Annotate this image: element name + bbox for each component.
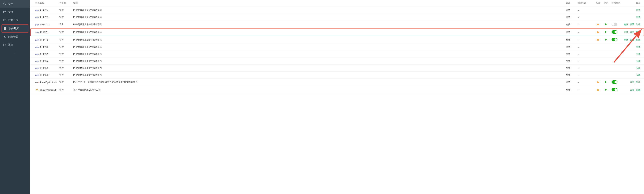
software-name[interactable]: PHP-5.3 (40, 67, 48, 69)
home-display-toggle[interactable] (612, 38, 618, 41)
play-icon[interactable] (605, 24, 607, 26)
sidebar-item-shield[interactable]: 安全 (0, 0, 30, 8)
price-cell: 免费 (564, 44, 576, 51)
folder-icon[interactable] (597, 39, 599, 41)
sidebar-item-folder[interactable]: 文件 (0, 8, 30, 16)
software-name[interactable]: PHP-7.0 (40, 39, 48, 41)
sidebar-item-label: 计划任务 (8, 19, 18, 22)
action-更新[interactable]: 更新 (624, 23, 628, 26)
php-logo-icon: php (35, 46, 39, 48)
software-name[interactable]: PHP-7.4 (40, 9, 48, 12)
software-name[interactable]: PHP-5.2 (40, 74, 48, 76)
expire-cell: -- (576, 29, 594, 36)
action-更新[interactable]: 更新 (624, 39, 628, 41)
action-安装[interactable]: 安装 (636, 53, 640, 55)
software-name[interactable]: PHP-7.2 (40, 23, 48, 26)
sidebar-item-label: 软件商店 (8, 27, 19, 30)
developer-cell: 官方 (58, 29, 72, 36)
table-row: phpPHP-7.3官方PHP是世界上最好的编程语言免费--安装 (30, 14, 644, 21)
svg-rect-1 (4, 27, 5, 28)
home-display-toggle[interactable] (612, 30, 618, 34)
expire-cell: -- (576, 36, 594, 44)
play-icon[interactable] (605, 31, 607, 34)
sidebar-item-calendar[interactable]: 计划任务 (0, 16, 30, 24)
home-display-toggle[interactable] (612, 23, 618, 26)
description-cell: PHP是世界上最好的编程语言 (72, 14, 564, 21)
software-name[interactable]: PHP-7.3 (40, 16, 48, 19)
table-row: phpPHP-5.6官方PHP是世界上最好的编程语言免费--安装 (30, 44, 644, 51)
folder-icon[interactable] (597, 81, 599, 84)
folder-icon[interactable] (597, 24, 599, 26)
developer-cell: 官方 (58, 58, 72, 65)
sidebar-item-label: 退出 (8, 43, 13, 47)
ftp-logo-icon: FTPd (35, 81, 39, 83)
description-cell: PHP是世界上最好的编程语言 (72, 58, 564, 65)
folder-icon (3, 11, 6, 14)
expire-cell: -- (576, 21, 594, 29)
play-icon[interactable] (605, 89, 607, 91)
home-display-toggle[interactable] (612, 80, 618, 84)
php-logo-icon: php (35, 24, 39, 26)
action-安装[interactable]: 安装 (636, 60, 640, 62)
developer-cell: 官方 (58, 65, 72, 72)
expire-cell: -- (576, 72, 594, 78)
header-status: 状态 (602, 0, 610, 7)
folder-icon[interactable] (597, 31, 599, 34)
php-logo-icon: php (35, 9, 39, 11)
software-name[interactable]: phpMyAdmin 5.0 (40, 89, 56, 91)
developer-cell: 官方 (58, 14, 72, 21)
price-cell: 免费 (564, 14, 576, 21)
developer-cell: 官方 (58, 72, 72, 78)
action-安装[interactable]: 安装 (636, 67, 640, 69)
sidebar-item-label: 文件 (8, 11, 13, 14)
action-卸载[interactable]: 卸载 (636, 88, 640, 91)
action-安装[interactable]: 安装 (636, 16, 640, 19)
software-name[interactable]: PHP-5.5 (40, 53, 48, 56)
software-name[interactable]: PHP-5.6 (40, 46, 48, 49)
action-设置[interactable]: 设置 (630, 81, 634, 83)
description-cell: PHP是世界上最好的编程语言 (72, 36, 564, 44)
svg-rect-4 (5, 29, 6, 30)
action-设置[interactable]: 设置 (630, 23, 634, 26)
action-卸载[interactable]: 卸载 (636, 39, 640, 41)
table-row: phpPHP-7.1官方PHP是世界上最好的编程语言免费--更新|设置|卸载 (30, 29, 644, 36)
folder-icon[interactable] (597, 89, 599, 91)
action-设置[interactable]: 设置 (630, 88, 634, 91)
price-cell: 免费 (564, 65, 576, 72)
svg-rect-2 (5, 27, 6, 28)
action-更新[interactable]: 更新 (624, 31, 628, 33)
home-display-toggle[interactable] (612, 88, 618, 91)
shield-icon (3, 3, 6, 6)
play-icon[interactable] (605, 39, 607, 41)
sidebar-item-grid[interactable]: 软件商店 (1, 25, 29, 33)
software-name[interactable]: PHP-7.1 (40, 31, 48, 34)
action-卸载[interactable]: 卸载 (636, 31, 640, 33)
expire-cell: -- (576, 14, 594, 21)
php-logo-icon: php (35, 74, 39, 76)
calendar-icon (3, 19, 6, 22)
table-row: phpPHP-5.3官方PHP是世界上最好的编程语言免费--安装 (30, 65, 644, 72)
software-table: 软件名称 开发商 说明 价格 到期时间 位置 状态 首页显示 操作 phpPHP… (30, 0, 644, 94)
action-设置[interactable]: 设置 (630, 31, 634, 33)
php-logo-icon: php (35, 60, 39, 62)
phpmyadmin-logo-icon (36, 88, 38, 92)
action-安装[interactable]: 安装 (636, 46, 640, 48)
action-卸载[interactable]: 卸载 (636, 23, 640, 26)
sidebar-add-button[interactable]: + (0, 49, 30, 57)
expire-cell: -- (576, 44, 594, 51)
action-卸载[interactable]: 卸载 (636, 81, 640, 83)
description-cell: PHP是世界上最好的编程语言 (72, 44, 564, 51)
software-name[interactable]: PHP-5.4 (40, 60, 48, 62)
play-icon[interactable] (605, 81, 607, 84)
sidebar-item-gear[interactable]: 面板设置 (0, 33, 30, 41)
description-cell: 著名Web端MySQL管理工具 (72, 86, 564, 94)
action-设置[interactable]: 设置 (630, 39, 634, 41)
sidebar-item-exit[interactable]: 退出 (0, 41, 30, 49)
software-name[interactable]: Pure-Ftpd 1.0.49 (40, 81, 56, 84)
price-cell: 免费 (564, 72, 576, 78)
action-安装[interactable]: 安装 (636, 74, 640, 76)
action-安装[interactable]: 安装 (636, 9, 640, 12)
description-cell: PHP是世界上最好的编程语言 (72, 29, 564, 36)
developer-cell: 官方 (58, 86, 72, 94)
table-row: FTPdPure-Ftpd 1.0.49官方PureFTPd是一款专注于程序健壮… (30, 78, 644, 86)
